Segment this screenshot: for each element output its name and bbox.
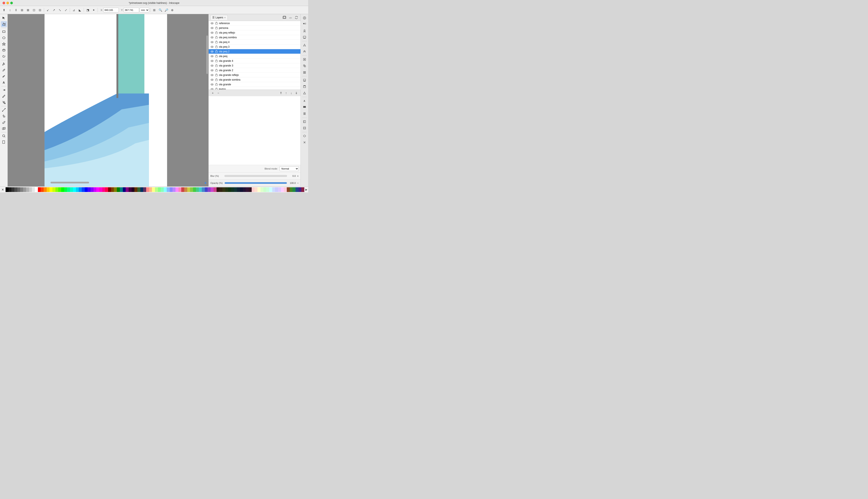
color-swatch[interactable]: [41, 187, 44, 192]
color-swatch[interactable]: [187, 187, 190, 192]
color-swatch[interactable]: [87, 187, 91, 192]
color-swatch[interactable]: [5, 187, 9, 192]
eye-icon[interactable]: [210, 69, 214, 72]
eraser-tool[interactable]: [1, 119, 7, 125]
pen-tool[interactable]: [1, 61, 7, 67]
snap-btn-8[interactable]: ↙: [45, 7, 51, 13]
ellipse-tool[interactable]: [1, 35, 7, 41]
color-swatch[interactable]: [281, 187, 284, 192]
color-swatch[interactable]: [164, 187, 167, 192]
layer-item[interactable]: ola grande reflejo: [209, 73, 300, 77]
connector-tool[interactable]: [1, 107, 7, 113]
color-swatch[interactable]: [91, 187, 94, 192]
color-swatch[interactable]: [105, 187, 108, 192]
color-swatch[interactable]: [58, 187, 61, 192]
close-button[interactable]: [2, 2, 5, 4]
color-swatch[interactable]: [73, 187, 76, 192]
color-swatch[interactable]: [254, 187, 258, 192]
color-swatch[interactable]: [44, 187, 47, 192]
eye-icon[interactable]: [210, 73, 214, 77]
layer-item[interactable]: ola grande 3: [209, 63, 300, 68]
color-swatch[interactable]: [76, 187, 79, 192]
eye-icon[interactable]: [210, 78, 214, 82]
nav-btn-3[interactable]: [301, 34, 308, 40]
pencil-tool[interactable]: [1, 67, 7, 73]
layer-move-top-btn[interactable]: ⇑: [278, 91, 283, 95]
x-input[interactable]: [103, 8, 119, 12]
color-swatch[interactable]: [129, 187, 132, 192]
horizontal-scrollbar[interactable]: [50, 182, 89, 183]
color-swatch[interactable]: [23, 187, 26, 192]
snap-btn-1[interactable]: ⬆: [1, 7, 7, 13]
eye-icon[interactable]: [210, 40, 214, 44]
color-swatch[interactable]: [132, 187, 135, 192]
eye-icon[interactable]: [210, 50, 214, 53]
spiral-tool[interactable]: [1, 53, 7, 59]
node-tool[interactable]: [1, 21, 7, 27]
text-tool[interactable]: A: [1, 80, 7, 86]
snap-btn-12[interactable]: ⊿: [71, 7, 76, 13]
blend-select[interactable]: Normal Multiply Screen Overlay: [280, 166, 299, 171]
color-swatch[interactable]: [234, 187, 237, 192]
color-swatch[interactable]: [199, 187, 202, 192]
snap-btn-4[interactable]: ⊞: [19, 7, 25, 13]
nav-btn-15[interactable]: [301, 119, 308, 125]
color-swatch[interactable]: [190, 187, 193, 192]
color-swatch[interactable]: [161, 187, 164, 192]
opacity-bar[interactable]: [225, 182, 287, 184]
zoom-out-btn[interactable]: 🔎: [164, 7, 169, 13]
color-swatch[interactable]: [140, 187, 143, 192]
snap-btn-2[interactable]: ↕: [7, 7, 13, 13]
spray-tool[interactable]: [1, 113, 7, 119]
color-swatch[interactable]: [35, 187, 38, 192]
color-swatch[interactable]: [252, 187, 255, 192]
lock-icon[interactable]: [215, 83, 218, 86]
nav-btn-14[interactable]: [301, 111, 308, 117]
snap-btn-6[interactable]: ⊡: [31, 7, 37, 13]
snap-btn-11[interactable]: ⤢: [63, 7, 69, 13]
color-swatch[interactable]: [217, 187, 219, 192]
color-swatch[interactable]: [287, 187, 290, 192]
color-swatch[interactable]: [20, 187, 23, 192]
color-swatch[interactable]: [167, 187, 170, 192]
eye-icon[interactable]: [210, 22, 214, 25]
layer-item[interactable]: persona: [209, 26, 300, 31]
color-swatch[interactable]: [70, 187, 73, 192]
scroll-right-arrow[interactable]: ▶: [205, 181, 207, 184]
color-swatch[interactable]: [117, 187, 120, 192]
color-swatch[interactable]: [278, 187, 281, 192]
no-color-btn[interactable]: ✕: [0, 187, 5, 192]
color-swatch[interactable]: [143, 187, 146, 192]
color-swatch[interactable]: [38, 187, 41, 192]
view-btn[interactable]: ⊕: [169, 7, 175, 13]
nav-btn-6[interactable]: [301, 57, 308, 62]
snap-btn-3[interactable]: ⇕: [13, 7, 19, 13]
color-swatch[interactable]: [64, 187, 67, 192]
color-swatch[interactable]: [184, 187, 187, 192]
layer-item[interactable]: ola peq: [209, 54, 300, 59]
snap-btn-14[interactable]: ⬔: [85, 7, 91, 13]
color-swatch[interactable]: [181, 187, 184, 192]
color-swatch[interactable]: [67, 187, 70, 192]
zoom-tool[interactable]: [1, 133, 7, 139]
layer-item[interactable]: ola peq 4: [209, 40, 300, 45]
nav-btn-13[interactable]: [301, 104, 308, 110]
y-input[interactable]: [124, 8, 139, 12]
star-tool[interactable]: [1, 41, 7, 47]
snap-btn-7[interactable]: ⊟: [37, 7, 43, 13]
color-swatch[interactable]: [149, 187, 152, 192]
layers-tab[interactable]: ☰ Layers ✕: [210, 15, 228, 20]
clone-tool[interactable]: [1, 125, 7, 132]
zoom-fit-btn[interactable]: ⊞: [152, 7, 157, 13]
color-swatch[interactable]: [258, 187, 260, 192]
vertical-scrollbar[interactable]: [206, 36, 208, 74]
layer-move-down-btn[interactable]: ↓: [289, 91, 294, 95]
color-swatch[interactable]: [246, 187, 249, 192]
color-swatch[interactable]: [47, 187, 50, 192]
color-swatch[interactable]: [126, 187, 129, 192]
eye-icon[interactable]: [210, 54, 214, 58]
unit-select[interactable]: mm px in: [140, 8, 149, 12]
color-swatch[interactable]: [231, 187, 234, 192]
color-swatch[interactable]: [85, 187, 88, 192]
3d-box-tool[interactable]: [1, 47, 7, 53]
